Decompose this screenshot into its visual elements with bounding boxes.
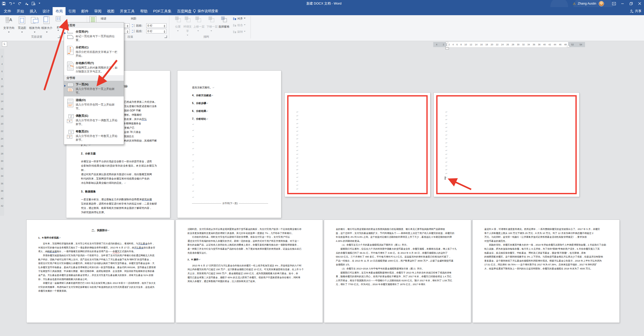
undo-button[interactable] bbox=[9, 2, 15, 5]
ruler-number: 14 bbox=[475, 43, 477, 46]
vertical-ruler[interactable]: 24681012141618202224262830323436384042 bbox=[0, 49, 4, 216]
pilcrow-mark: ↵ bbox=[296, 172, 298, 175]
ribbon-display-options-button[interactable] bbox=[610, 0, 618, 7]
hanging-indent-marker[interactable] bbox=[445, 44, 449, 49]
page-setup-button-纸张方向[interactable]: 纸张方向 bbox=[28, 16, 41, 34]
text-segment: 是一种第三方支付行业与货币市场基金产品的结合创新，为了更好地发挥余额宝的使用效果… bbox=[188, 248, 301, 250]
user-avatar[interactable] bbox=[599, 1, 604, 6]
paragraph-dialog-launcher[interactable] bbox=[164, 35, 167, 38]
ruler-number: 40 bbox=[543, 43, 546, 46]
ruler-number: 16 bbox=[0, 108, 4, 110]
spacing-value-field[interactable]: 0 行 bbox=[146, 23, 167, 28]
tab-PDF工具集[interactable]: PDF工具集 bbox=[150, 7, 174, 15]
arrange-button-下移一层[interactable]: 下移一层 bbox=[206, 16, 216, 33]
customize-qat-caret[interactable] bbox=[39, 3, 40, 5]
tab-视图[interactable]: 视图 bbox=[104, 7, 117, 15]
menu-item-连续(O)[interactable]: 连续(O)插入分节符并在同一页上开始新节。 bbox=[64, 96, 124, 112]
page-7[interactable]: 金的银行，银行可以用这笔吸存的资金去投资风险较小的短期国债、银行承兑汇票等低风险… bbox=[324, 220, 471, 323]
wrap-break-icon bbox=[67, 61, 76, 73]
text-direction-icon: A bbox=[5, 16, 13, 24]
tab-插入[interactable]: 插入 bbox=[27, 7, 40, 15]
text-line: 6、分析结果↵ bbox=[192, 109, 268, 113]
spacing-value-field[interactable]: 0 行 bbox=[146, 29, 167, 33]
tab-stop-selector[interactable]: L bbox=[2, 42, 7, 47]
ruler-number: 22 bbox=[0, 130, 4, 132]
pilcrow-mark: ↵ bbox=[192, 196, 194, 199]
tab-布局[interactable]: 布局 bbox=[53, 7, 66, 15]
text-segment: 于短期货币工具如国债、中央银行票据、银行定期存单、政府短期债券、企业债券、同业存… bbox=[38, 270, 154, 272]
menu-item-下一页(N)[interactable]: 下一页(N)插入分节符并在下一页上开始新节。 bbox=[64, 81, 124, 96]
menu-item-奇数页(D)[interactable]: 13奇数页(D)插入分节符并在下一奇数页上开始新节。 bbox=[64, 128, 124, 144]
text-segment: 万元。与此同时，监管层一纸施行《公开募集开放式证券投资基金流动性风险管理规定》，… bbox=[484, 236, 587, 238]
tab-开发工具[interactable]: 开发工具 bbox=[117, 7, 137, 15]
tab-引用[interactable]: 引用 bbox=[66, 7, 78, 15]
menu-item-分页符(P)[interactable]: 分页符(P)标记一页结束与下一页开始的位置。 bbox=[64, 28, 124, 44]
restore-button[interactable] bbox=[627, 0, 635, 7]
tell-me-search[interactable]: 操作说明搜索 bbox=[193, 7, 218, 15]
text-segment: 风险的管控。余额宝发展其中最大的外一场，2018 年开始余额宝从限制个人申购受理… bbox=[489, 244, 606, 246]
text-segment: 一是定量分析法，通过搜集近几年的数据制作趋势图来 bbox=[81, 198, 142, 201]
pilcrow-mark: ↵ bbox=[445, 153, 447, 156]
text-segment: 月之后，其投资用户已超过 3000 万户，基金规模超过 1000 亿元，成为我国… bbox=[188, 272, 298, 275]
menu-item-分栏符(C)[interactable]: 分栏符(C)指示分栏符后面的文字将从下一栏开始。 bbox=[64, 44, 124, 60]
arrange-button-选择窗格[interactable]: 选择窗格 bbox=[218, 16, 230, 29]
arrange-right-button-组合[interactable]: 组合 bbox=[233, 23, 245, 27]
arrange-right-button-旋转[interactable]: 旋转 bbox=[233, 30, 245, 34]
page-setup-button-纸张大小[interactable]: 纸张大小 bbox=[40, 16, 53, 34]
menu-item-偶数页(E)[interactable]: 24偶数页(E)插入分节符并在下一偶数页上开始新节。 bbox=[64, 112, 124, 128]
tab-开始[interactable]: 开始 bbox=[14, 7, 27, 15]
page-2[interactable]: 提高文献完整性。↵4、分析方法叙述↵5、分析步骤↵6、分析结果↵7、分析结论↵↵… bbox=[177, 71, 281, 218]
text-line: 余额宝发展的一个重要原因。 bbox=[38, 289, 163, 293]
pilcrow-mark: ↵ bbox=[296, 146, 298, 148]
page-setup-button-文字方向[interactable]: A文字方向 bbox=[3, 16, 15, 34]
位置-icon bbox=[174, 16, 181, 23]
text-line: 于短期货币工具如国债、中央银行票据、银行定期存单、政府短期债券、企业债券、同业存… bbox=[38, 269, 163, 273]
text-line: 所谓余额宝就是指由支付宝为用户提供的一个投资平台，当申请了支付宝的用户将银行存款… bbox=[38, 254, 163, 258]
arrange-button-环绕文[interactable]: 环绕文字 bbox=[183, 16, 192, 37]
horizontal-ruler[interactable]: 42 2468101214161820222426283032343638404… bbox=[433, 42, 585, 47]
tab-审阅[interactable]: 审阅 bbox=[91, 7, 104, 15]
text-segment: 产品一经推出，在 2013 年 11 月 14 日总规模突破 1000 亿元，用… bbox=[336, 260, 453, 262]
page-5[interactable]: 二、实践部分↵1、R 软件分析实践↵近年来，互联网经济蓬勃发展，支付宝公司在支付… bbox=[27, 220, 174, 323]
page-6[interactable]: 活期利息。支付宝系统认为可以将这笔闲置资金用于货币基金的购买，为支付宝用户提供一… bbox=[176, 220, 323, 323]
user-name[interactable]: Zhang Austin bbox=[578, 2, 596, 5]
preview-find-icon[interactable] bbox=[32, 2, 35, 5]
close-button[interactable] bbox=[635, 0, 644, 7]
text-line: 会影响到传统商业银行的贷款等存款业务项目。本文就以余额宝为例， bbox=[81, 164, 157, 172]
right-indent-marker[interactable] bbox=[567, 44, 570, 47]
menu-item-title: 偶数页(E) bbox=[76, 114, 118, 118]
text-line: 将个人持有额度上限从 100 万元下调为 25 万元，8 月为 10 万元。到了… bbox=[484, 231, 608, 235]
page-setup-dialog-launcher[interactable] bbox=[58, 35, 60, 38]
minimize-button[interactable] bbox=[618, 0, 627, 7]
选择窗格-icon bbox=[220, 16, 227, 23]
svg-text:1: 1 bbox=[70, 131, 72, 133]
page-4[interactable]: ↵↵↵↵↵↵↵↵↵↵↵↵↵↵↵↵↵↵ bbox=[434, 93, 579, 197]
arrange-button-上移一层[interactable]: 上移一层 bbox=[193, 16, 203, 33]
save-icon[interactable] bbox=[2, 2, 6, 5]
pilcrow-mark: ↵ bbox=[192, 172, 194, 174]
font-tool-icon[interactable]: A bbox=[25, 2, 28, 5]
text-segment: 556.53 亿元。三个月增长了 490 多亿，平均每天增长约 5.2 亿元。这… bbox=[336, 255, 451, 258]
arrange-button-位置[interactable]: 位置 bbox=[173, 16, 183, 33]
tab-设计[interactable]: 设计 bbox=[40, 7, 53, 15]
menu-item-自动换行符(T)[interactable]: 自动换行符(T)分隔网页上的对象周围的文字，如分隔题注文字与正文。 bbox=[64, 60, 124, 75]
tab-帮助[interactable]: 帮助 bbox=[137, 7, 150, 15]
redo-icon[interactable] bbox=[18, 2, 22, 5]
page-setup-button-页边距[interactable]: 页边距 bbox=[16, 16, 28, 34]
pilcrow-mark: ↵ bbox=[206, 118, 209, 120]
arrange-right-button-对齐[interactable]: 对齐 bbox=[233, 17, 245, 21]
text-segment: 冲击和影响以及商业银行得到的启发。 bbox=[81, 182, 124, 184]
share-button[interactable]: 共享 bbox=[630, 7, 641, 15]
text-segment: 推出，一项伴随着互联网经济而生的资金管理产品—— bbox=[57, 250, 113, 253]
page-8[interactable]: 递送到 4 倍，可谓增长速度显而易见。然而近两年，一系列围绕余额宝的监管政策出台… bbox=[473, 220, 619, 323]
page-3[interactable]: ↵↵↵↵↵↵↵↵↵↵↵↵↵↵↵↵↵↵↵↵↵ bbox=[285, 93, 430, 197]
tab-邮件[interactable]: 邮件 bbox=[78, 7, 91, 15]
tab-文件[interactable]: 文件 bbox=[1, 7, 14, 15]
ruler-number: 18 bbox=[485, 43, 488, 46]
undo-dropdown-caret[interactable] bbox=[13, 3, 15, 5]
spacing-label: 间距 bbox=[131, 17, 136, 21]
tab-百度网盘[interactable]: 百度网盘 bbox=[174, 7, 195, 15]
text-line: 产品一经推出，在 2013 年 11 月 14 日总规模突破 1000 亿元，用… bbox=[336, 259, 460, 263]
text-segment: 递送到 4 倍，可谓增长速度显而易见。然而近两年，一系列围绕余额宝的监管政策出台… bbox=[484, 228, 600, 230]
dropdown-caret bbox=[244, 24, 245, 26]
